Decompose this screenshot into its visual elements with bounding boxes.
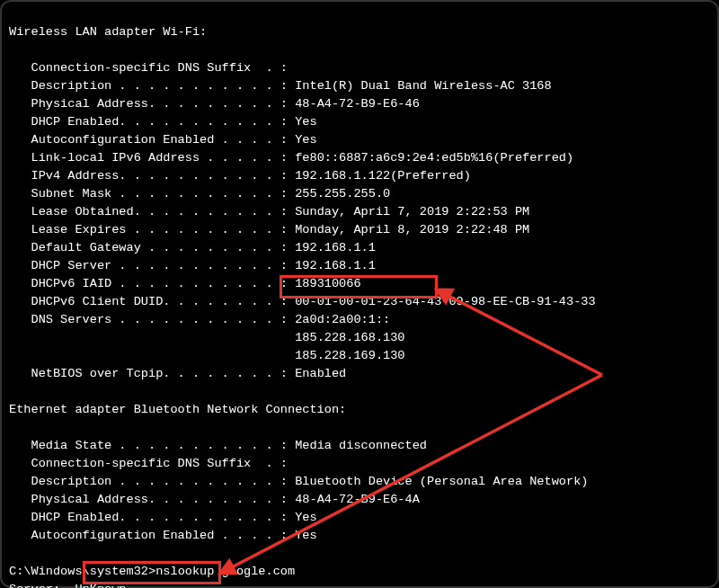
nslookup-server-line: Server: UnKnown bbox=[9, 583, 127, 588]
wifi-row-14: DNS Servers . . . . . . . . . . . : 2a0d… bbox=[9, 313, 390, 326]
wifi-row-9: Lease Expires . . . . . . . . . . : Mond… bbox=[9, 223, 529, 236]
wifi-row-15: 185.228.168.130 bbox=[9, 331, 405, 344]
bt-row-0: Media State . . . . . . . . . . . : Medi… bbox=[9, 439, 427, 452]
bt-row-3: Physical Address. . . . . . . . . : 48-A… bbox=[9, 493, 420, 506]
prompt: C:\Windows\system32> bbox=[9, 565, 155, 578]
bt-row-1: Connection-specific DNS Suffix . : bbox=[9, 457, 288, 470]
command-text: nslookup google.com bbox=[155, 565, 295, 578]
terminal-output: Wireless LAN adapter Wi-Fi: Connection-s… bbox=[0, 0, 719, 588]
wifi-row-7: Subnet Mask . . . . . . . . . . . : 255.… bbox=[9, 187, 390, 200]
wifi-row-0: Connection-specific DNS Suffix . : bbox=[9, 61, 288, 75]
wifi-row-2: Physical Address. . . . . . . . . : 48-A… bbox=[9, 97, 420, 111]
wifi-row-17: NetBIOS over Tcpip. . . . . . . . : Enab… bbox=[9, 367, 346, 380]
wifi-row-11: DHCP Server . . . . . . . . . . . : 192.… bbox=[9, 259, 376, 272]
wifi-row-8: Lease Obtained. . . . . . . . . . : Sund… bbox=[9, 205, 529, 218]
wifi-row-3: DHCP Enabled. . . . . . . . . . . : Yes bbox=[9, 115, 317, 129]
adapter-bt-title: Ethernet adapter Bluetooth Network Conne… bbox=[9, 403, 346, 416]
wifi-row-16: 185.228.169.130 bbox=[9, 349, 405, 362]
wifi-row-4: Autoconfiguration Enabled . . . . : Yes bbox=[9, 133, 317, 147]
adapter-wifi-title: Wireless LAN adapter Wi-Fi: bbox=[9, 25, 207, 39]
wifi-row-12: DHCPv6 IAID . . . . . . . . . . . : 1893… bbox=[9, 277, 361, 290]
bt-row-4: DHCP Enabled. . . . . . . . . . . : Yes bbox=[9, 511, 317, 524]
bt-row-2: Description . . . . . . . . . . . : Blue… bbox=[9, 475, 588, 488]
wifi-row-1: Description . . . . . . . . . . . : Inte… bbox=[9, 79, 552, 93]
wifi-row-6: IPv4 Address. . . . . . . . . . . : 192.… bbox=[9, 169, 471, 183]
prompt-line: C:\Windows\system32>nslookup google.com bbox=[9, 565, 295, 578]
bt-row-5: Autoconfiguration Enabled . . . . : Yes bbox=[9, 529, 317, 542]
wifi-row-10: Default Gateway . . . . . . . . . : 192.… bbox=[9, 241, 376, 254]
wifi-row-13: DHCPv6 Client DUID. . . . . . . . : 00-0… bbox=[9, 295, 596, 308]
wifi-row-5: Link-local IPv6 Address . . . . . : fe80… bbox=[9, 151, 573, 165]
